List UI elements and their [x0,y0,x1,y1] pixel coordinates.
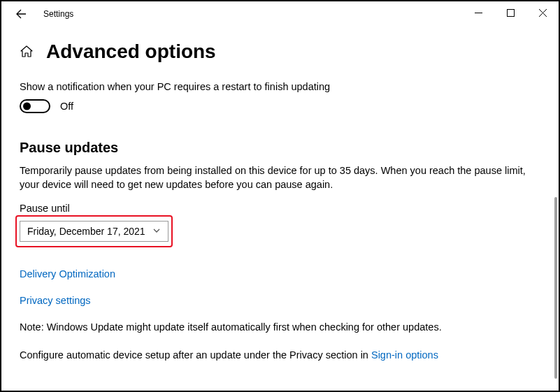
notification-toggle-row: Off [20,99,540,113]
signin-options-link[interactable]: Sign-in options [371,349,438,361]
scrollbar[interactable] [554,197,557,379]
titlebar: Settings [1,1,559,27]
page-title: Advanced options [46,41,216,63]
back-button[interactable] [10,3,32,25]
pause-until-value: Friday, December 17, 2021 [27,226,145,237]
window-title: Settings [43,9,73,19]
notification-description: Show a notification when your PC require… [20,81,540,92]
configure-note-text: Configure automatic device setup after a… [20,349,371,361]
close-button[interactable] [526,1,559,24]
home-icon[interactable] [20,45,34,59]
toggle-state-label: Off [60,101,73,112]
maximize-icon [507,9,515,17]
pause-until-label: Pause until [20,203,540,214]
toggle-knob [23,103,31,110]
close-icon [539,9,547,17]
minimize-button[interactable] [462,1,494,24]
arrow-left-icon [15,8,27,20]
svg-rect-0 [507,9,514,16]
minimize-icon [475,9,482,17]
update-note: Note: Windows Update might update itself… [20,321,540,333]
chevron-down-icon [152,226,161,237]
privacy-settings-link[interactable]: Privacy settings [20,295,540,306]
delivery-optimization-link[interactable]: Delivery Optimization [20,268,540,280]
notification-toggle[interactable] [20,99,50,113]
pause-updates-description: Temporarily pause updates from being ins… [20,164,540,191]
links-section: Delivery Optimization Privacy settings [20,268,540,306]
home-icon-svg [20,45,34,59]
pause-until-dropdown[interactable]: Friday, December 17, 2021 [20,221,168,242]
page-header: Advanced options [20,41,540,63]
window-controls [462,1,559,24]
configure-note: Configure automatic device setup after a… [20,349,540,361]
pause-updates-heading: Pause updates [20,140,540,156]
content-area: Advanced options Show a notification whe… [1,27,559,361]
maximize-button[interactable] [494,1,526,24]
